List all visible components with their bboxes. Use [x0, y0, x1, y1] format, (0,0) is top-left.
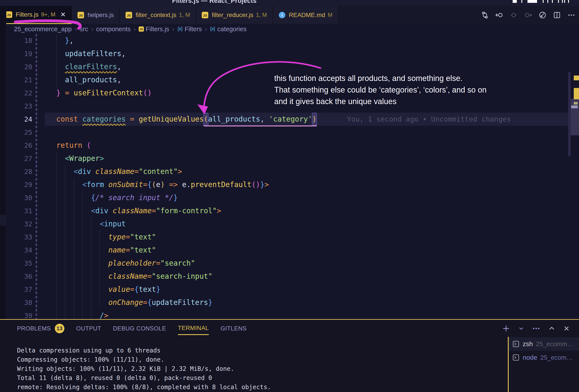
code-token: ): [312, 113, 317, 126]
code-line-20[interactable]: 20 clearFilters,: [0, 60, 570, 73]
breadcrumb-item-filters.js[interactable]: JSFilters.js: [139, 26, 169, 33]
code-line-25[interactable]: 25: [0, 126, 570, 139]
code-token: getUniqueValues: [139, 115, 204, 123]
vscode-window: Filters.js — React_Projects JSFilters.js…: [0, 0, 579, 392]
code-token: }: [65, 36, 69, 45]
terminal-name: node: [523, 354, 537, 361]
code-token: =>: [169, 180, 178, 189]
timeline-icon[interactable]: [538, 11, 547, 19]
breadcrumb-separator: ›: [134, 26, 136, 33]
code-token: "text": [130, 246, 156, 254]
code-token: =: [152, 206, 156, 215]
code-line-27[interactable]: 27 <Wrapper>: [0, 152, 570, 165]
code-token: categories: [82, 115, 126, 123]
change-circle-icon: [509, 11, 518, 19]
breadcrumb-item-categories[interactable]: categories: [210, 26, 246, 33]
code-line-18[interactable]: 18 },: [0, 34, 570, 47]
code-token: ): [160, 180, 165, 189]
panel-tab-problems[interactable]: PROBLEMS13: [17, 322, 65, 335]
code-line-29[interactable]: 29 <form onSubmit={(e) => e.preventDefau…: [0, 178, 570, 191]
code-token: ,: [121, 49, 126, 58]
code-text: <input: [48, 217, 126, 230]
code-text: <Wrapper>: [48, 152, 104, 165]
code-line-37[interactable]: 37 value={text}: [0, 283, 570, 296]
code-line-39[interactable]: 39 />: [0, 309, 570, 319]
tab-modified-badge: M: [328, 11, 333, 18]
code-token: (: [87, 141, 91, 149]
breadcrumb-item-src[interactable]: src: [80, 26, 88, 33]
breadcrumb-item-filters[interactable]: Filters: [177, 26, 202, 33]
code-token: Wrapper: [69, 154, 100, 163]
breadcrumb-label: 25_ecommerce_app: [14, 26, 72, 33]
git-compare-icon[interactable]: [481, 11, 489, 19]
code-token: =: [126, 246, 130, 254]
code-line-35[interactable]: 35 placeholder="search": [0, 257, 570, 270]
panel-tab-terminal[interactable]: TERMINAL: [178, 322, 209, 335]
editor-tab-filter_context-js[interactable]: JSfilter_context.js1, M: [120, 6, 196, 24]
code-text: updateFilters,: [48, 47, 126, 60]
code-token: [48, 298, 108, 307]
terminal-output[interactable]: Delta compression using up to 6 threadsC…: [17, 346, 271, 392]
panel-tab-output[interactable]: OUTPUT: [76, 322, 101, 335]
code-token: (: [203, 113, 209, 126]
tab-label: README.md: [289, 11, 325, 18]
code-token: >: [100, 154, 104, 163]
close-icon[interactable]: ✕: [60, 11, 66, 18]
code-token: [48, 259, 108, 267]
code-line-32[interactable]: 32 <input: [0, 217, 570, 230]
code-token: "search": [160, 259, 195, 267]
code-token: (): [252, 180, 260, 189]
scrollbar-track[interactable]: [568, 72, 571, 156]
code-line-26[interactable]: 26 return (: [0, 139, 570, 152]
javascript-file-icon: JS: [126, 12, 132, 18]
code-line-24[interactable]: 24 const categories = getUniqueValues(al…: [0, 113, 570, 126]
terminal-list-item-node[interactable]: node25_ecom…: [509, 351, 579, 364]
editor-tab-filter_reducer-js[interactable]: JSfilter_reducer.js1, M: [196, 6, 273, 24]
code-line-36[interactable]: 36 className="search-input": [0, 270, 570, 283]
code-token: ,: [69, 36, 73, 45]
code-line-33[interactable]: 33 type="text": [0, 230, 570, 244]
editor-tab-readme-md[interactable]: iREADME.mdM: [273, 6, 339, 24]
breadcrumb-item-components[interactable]: components: [96, 26, 131, 33]
code-line-34[interactable]: 34 name="text": [0, 244, 570, 257]
code-token: {: [147, 298, 152, 307]
code-token: =: [65, 89, 70, 97]
tab-label: filter_reducer.js: [212, 11, 253, 18]
code-line-28[interactable]: 28 <div className="content">: [0, 165, 570, 178]
code-token: [69, 89, 73, 97]
code-token: [48, 220, 100, 228]
title-bar: Filters.js — React_Projects: [0, 0, 579, 6]
editor-tab-filters-js[interactable]: JSFilters.js9+, M✕: [0, 6, 72, 24]
ruler-warning-mark: [574, 75, 579, 80]
code-line-38[interactable]: 38 onChange={updateFilters}: [0, 296, 570, 309]
code-token: [165, 180, 169, 189]
panel-more-actions-icon[interactable]: [532, 324, 541, 333]
annotation-note: this function accepts all products, and …: [274, 72, 487, 107]
code-line-31[interactable]: 31 <div className="form-control">: [0, 204, 570, 217]
code-token: <: [73, 167, 78, 176]
terminal-list-item-zsh[interactable]: zsh25_ecomm…: [509, 337, 579, 351]
breadcrumb-item-25_ecommerce_app[interactable]: 25_ecommerce_app: [14, 26, 72, 33]
tab-modified-badge: 1, M: [256, 11, 267, 18]
code-text: name="text": [48, 244, 156, 257]
code-line-19[interactable]: 19 updateFilters,: [0, 47, 570, 60]
previous-change-icon[interactable]: [495, 11, 504, 19]
window-layout-controls[interactable]: [512, 0, 570, 3]
code-token: [48, 272, 108, 280]
code-token: div: [95, 206, 109, 215]
maximize-panel-icon[interactable]: [548, 325, 555, 332]
new-terminal-icon[interactable]: [502, 324, 510, 333]
launch-profile-chevron-icon[interactable]: [518, 325, 524, 332]
code-line-30[interactable]: 30 {/* search input */}: [0, 191, 570, 204]
code-token: "search-input": [152, 272, 213, 280]
code-token: >: [217, 206, 221, 215]
code-text: className="search-input": [48, 270, 213, 283]
split-editor-icon[interactable]: [553, 11, 561, 19]
more-actions-icon[interactable]: [567, 11, 576, 19]
editor-tab-helpers-js[interactable]: JShelpers.js: [72, 6, 120, 24]
code-token: =: [147, 272, 152, 280]
close-panel-icon[interactable]: [563, 325, 570, 332]
panel-tab-gitlens[interactable]: GITLENS: [220, 322, 247, 335]
panel-tab-debug-console[interactable]: DEBUG CONSOLE: [113, 322, 166, 335]
code-token: [48, 311, 100, 319]
